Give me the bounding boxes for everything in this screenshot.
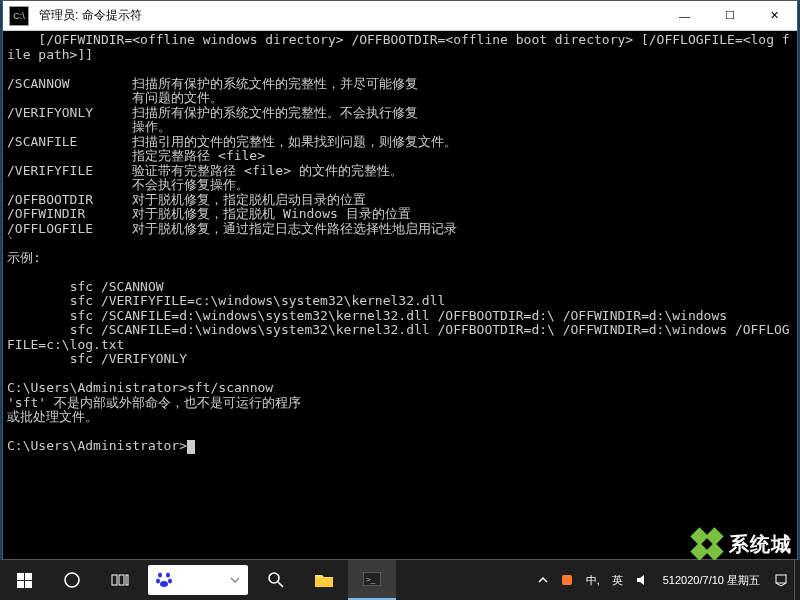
error-line-1: 'sft' 不是内部或外部命令，也不是可运行的程序 — [7, 395, 301, 410]
ime-language[interactable]: 英 — [606, 560, 629, 600]
opt-offwindir: /OFFWINDIR — [7, 206, 85, 221]
cmd-icon: C:\ — [9, 6, 29, 26]
task-view-icon[interactable] — [96, 560, 144, 600]
tray-app-icon[interactable] — [554, 560, 580, 600]
svg-point-8 — [160, 581, 168, 587]
baidu-paw-icon — [154, 570, 174, 590]
close-button[interactable]: ✕ — [752, 1, 797, 31]
tray-chevron-icon[interactable] — [532, 560, 554, 600]
opt-scannow: /SCANNOW — [7, 76, 70, 91]
baidu-search-box[interactable] — [148, 565, 248, 595]
opt-offbootdir: /OFFBOOTDIR — [7, 192, 93, 207]
svg-rect-11 — [315, 578, 333, 587]
example-5: sfc /VERIFYONLY — [7, 351, 187, 366]
notifications-icon[interactable] — [768, 560, 794, 600]
svg-point-6 — [156, 579, 160, 584]
window-title: 管理员: 命令提示符 — [35, 7, 662, 24]
windows-logo-icon — [17, 573, 32, 588]
show-desktop-button[interactable] — [794, 560, 800, 600]
svg-point-0 — [65, 573, 79, 587]
opt-verifyfile: /VERIFYFILE — [7, 163, 93, 178]
maximize-button[interactable]: ☐ — [707, 1, 752, 31]
svg-rect-14 — [562, 575, 572, 585]
start-button[interactable] — [0, 560, 48, 600]
svg-line-10 — [278, 582, 283, 587]
file-explorer-icon[interactable] — [300, 560, 348, 600]
taskbar: >_ 中, 英 51 2020/7/10 星期五 — [0, 560, 800, 600]
example-2: sfc /VERIFYFILE=c:\windows\system32\kern… — [7, 293, 445, 308]
example-3: sfc /SCANFILE=d:\windows\system32\kernel… — [7, 308, 727, 323]
minimize-button[interactable]: — — [662, 1, 707, 31]
svg-rect-15 — [776, 575, 786, 583]
entered-command: sft/scannow — [187, 380, 273, 395]
error-line-2: 或批处理文件。 — [7, 409, 98, 424]
cortana-circle-icon[interactable] — [48, 560, 96, 600]
cmd-window: C:\ 管理员: 命令提示符 — ☐ ✕ [/OFFWINDIR=<offlin… — [2, 0, 798, 560]
opt-scanfile: /SCANFILE — [7, 134, 77, 149]
dropdown-icon — [228, 573, 242, 587]
svg-point-5 — [166, 573, 170, 578]
svg-rect-2 — [119, 575, 124, 585]
opt-offlogfile: /OFFLOGFILE — [7, 221, 93, 236]
prompt-1: C:\Users\Administrator> — [7, 380, 187, 395]
time-text: 51 — [663, 574, 675, 587]
cmd-taskbar-icon[interactable]: >_ — [348, 560, 396, 600]
volume-icon[interactable] — [629, 560, 655, 600]
svg-text:>_: >_ — [366, 575, 376, 584]
example-4: sfc /SCANFILE=d:\windows\system32\kernel… — [7, 322, 790, 352]
examples-label: 示例: — [7, 250, 41, 265]
cursor — [187, 440, 195, 454]
svg-rect-3 — [126, 575, 128, 585]
example-1: sfc /SCANNOW — [7, 279, 164, 294]
syntax-line: [/OFFWINDIR=<offline windows directory> … — [7, 32, 790, 62]
date-text: 2020/7/10 星期五 — [675, 574, 760, 587]
prompt-2: C:\Users\Administrator> — [7, 438, 187, 453]
system-tray: 中, 英 51 2020/7/10 星期五 — [532, 560, 800, 600]
svg-rect-1 — [112, 575, 117, 585]
svg-point-9 — [269, 573, 279, 583]
opt-verifyonly: /VERIFYONLY — [7, 105, 93, 120]
titlebar[interactable]: C:\ 管理员: 命令提示符 — ☐ ✕ — [3, 1, 797, 31]
terminal-output[interactable]: [/OFFWINDIR=<offline windows directory> … — [3, 31, 797, 559]
ime-mode[interactable]: 中, — [580, 560, 606, 600]
svg-point-4 — [158, 573, 162, 578]
search-icon[interactable] — [252, 560, 300, 600]
clock[interactable]: 51 2020/7/10 星期五 — [655, 560, 768, 600]
svg-point-7 — [168, 579, 172, 584]
